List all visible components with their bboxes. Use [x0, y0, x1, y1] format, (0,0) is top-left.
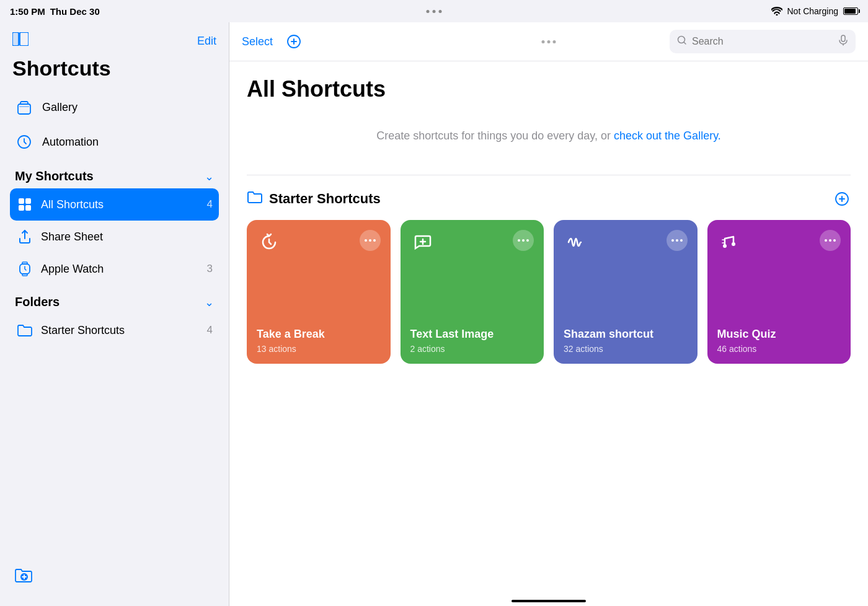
text-last-image-name: Text Last Image	[410, 328, 534, 341]
all-shortcuts-count: 4	[207, 198, 213, 211]
music-quiz-dots-icon	[825, 239, 836, 242]
svg-point-15	[723, 244, 727, 248]
take-a-break-actions: 13 actions	[257, 344, 381, 354]
apple-watch-icon	[16, 260, 33, 278]
divider	[247, 175, 851, 175]
card-bottom-music-quiz: Music Quiz 46 actions	[717, 328, 841, 354]
text-last-image-actions: 2 actions	[410, 344, 534, 354]
card-top-music-quiz	[717, 230, 841, 255]
sidebar-item-starter-shortcuts[interactable]: Starter Shortcuts 4	[10, 314, 219, 346]
sidebar-item-all-shortcuts[interactable]: All Shortcuts 4	[10, 188, 219, 221]
edit-button[interactable]: Edit	[197, 35, 216, 48]
sidebar-toggle-icon[interactable]	[12, 32, 29, 50]
section-title: Starter Shortcuts	[269, 191, 381, 207]
folders-section-header: Folders ⌄	[10, 285, 219, 314]
home-bar	[229, 587, 868, 606]
my-shortcuts-section-header: My Shortcuts ⌄	[10, 159, 219, 188]
starter-shortcuts-folder-label: Starter Shortcuts	[41, 324, 200, 337]
status-center-dots	[427, 10, 442, 13]
battery-icon	[843, 7, 858, 15]
starter-shortcuts-count: 4	[207, 324, 213, 336]
sidebar-header: Edit	[0, 22, 229, 55]
sidebar-item-apple-watch[interactable]: Apple Watch 3	[10, 253, 219, 285]
automation-icon	[15, 133, 33, 151]
shazam-dots-icon	[671, 239, 683, 242]
home-bar-line	[512, 600, 586, 602]
card-top-take-a-break	[257, 230, 381, 255]
card-bottom-shazam: Shazam shortcut 32 actions	[564, 328, 688, 354]
toolbar-left: Select	[242, 33, 303, 50]
search-bar[interactable]	[670, 30, 856, 53]
card-bottom-text-last-image: Text Last Image 2 actions	[410, 328, 534, 354]
sidebar-title: Shortcuts	[0, 55, 229, 90]
apple-watch-label: Apple Watch	[41, 263, 200, 276]
main-body: All Shortcuts Create shortcuts for thing…	[229, 61, 868, 587]
automation-label: Automation	[42, 136, 214, 149]
select-button[interactable]: Select	[242, 35, 273, 48]
shazam-name: Shazam shortcut	[564, 328, 688, 341]
svg-rect-7	[19, 205, 24, 211]
svg-rect-5	[19, 198, 24, 204]
section-folder-icon	[247, 190, 263, 208]
page-title: All Shortcuts	[247, 76, 851, 102]
sidebar-item-gallery[interactable]: Gallery	[10, 90, 219, 125]
my-shortcuts-chevron[interactable]: ⌄	[205, 170, 214, 183]
music-quiz-menu-button[interactable]	[820, 230, 841, 251]
status-time: 1:50 PM	[10, 6, 45, 17]
sidebar: Edit Shortcuts Gallery	[0, 22, 229, 606]
folders-chevron[interactable]: ⌄	[205, 296, 214, 309]
shortcut-card-take-a-break[interactable]: Take a Break 13 actions	[247, 220, 391, 364]
shortcuts-grid: Take a Break 13 actions	[247, 220, 851, 364]
text-last-image-menu-button[interactable]	[513, 230, 534, 251]
text-last-image-dots-icon	[518, 239, 529, 242]
svg-rect-13	[841, 35, 845, 42]
shortcut-card-text-last-image[interactable]: Text Last Image 2 actions	[401, 220, 544, 364]
shortcut-card-music-quiz[interactable]: Music Quiz 46 actions	[707, 220, 851, 364]
add-folder-button[interactable]	[12, 564, 36, 587]
text-last-image-icon	[410, 230, 435, 255]
shazam-menu-button[interactable]	[666, 230, 688, 251]
app-container: Edit Shortcuts Gallery	[0, 22, 868, 606]
take-a-break-menu-button[interactable]	[360, 230, 381, 251]
search-icon	[677, 35, 687, 48]
promo-text: Create shortcuts for things you do every…	[247, 117, 851, 155]
share-sheet-icon	[16, 228, 33, 245]
svg-rect-6	[25, 198, 31, 204]
main-content: Select	[229, 22, 868, 606]
search-input[interactable]	[692, 36, 833, 47]
sidebar-footer	[12, 564, 36, 587]
shazam-icon	[564, 230, 588, 255]
gallery-label: Gallery	[42, 101, 214, 114]
wifi-icon	[771, 7, 782, 15]
svg-rect-3	[18, 104, 30, 114]
mic-icon[interactable]	[838, 35, 848, 48]
promo-text-before: Create shortcuts for things you do every…	[376, 130, 614, 142]
battery-label: Not Charging	[787, 6, 839, 16]
my-shortcuts-title: My Shortcuts	[15, 169, 94, 183]
folders-title: Folders	[15, 295, 60, 309]
take-a-break-icon	[257, 230, 281, 255]
card-top-shazam	[564, 230, 688, 255]
card-bottom-take-a-break: Take a Break 13 actions	[257, 328, 381, 354]
promo-gallery-link[interactable]: check out the Gallery.	[614, 130, 721, 142]
sidebar-item-share-sheet[interactable]: Share Sheet	[10, 221, 219, 253]
starter-shortcuts-folder-icon	[16, 322, 33, 339]
toolbar-dots	[542, 40, 556, 43]
starter-shortcuts-section-header: Starter Shortcuts	[247, 190, 851, 208]
main-toolbar: Select	[229, 22, 868, 61]
status-bar: 1:50 PM Thu Dec 30 Not Charging	[0, 0, 868, 22]
status-date: Thu Dec 30	[50, 6, 100, 17]
svg-rect-1	[20, 32, 29, 46]
section-header-left: Starter Shortcuts	[247, 190, 381, 208]
svg-rect-2	[12, 32, 19, 46]
status-right: Not Charging	[771, 6, 859, 16]
shortcut-card-shazam[interactable]: Shazam shortcut 32 actions	[554, 220, 698, 364]
svg-rect-8	[25, 205, 31, 211]
section-add-button[interactable]	[833, 190, 851, 208]
all-shortcuts-label: All Shortcuts	[41, 198, 200, 211]
add-shortcut-button[interactable]	[285, 33, 303, 50]
sidebar-nav: Gallery Automation	[0, 90, 229, 159]
music-quiz-name: Music Quiz	[717, 328, 841, 341]
take-a-break-name: Take a Break	[257, 328, 381, 341]
sidebar-item-automation[interactable]: Automation	[10, 125, 219, 159]
